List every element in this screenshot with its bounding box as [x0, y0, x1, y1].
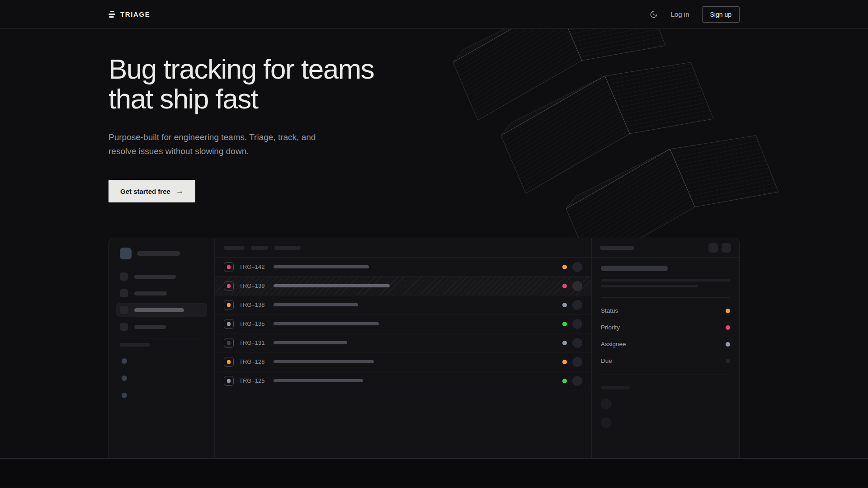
get-started-button[interactable]: Get started free → [108, 180, 195, 202]
moon-icon [650, 10, 658, 19]
nav-item-icon [120, 289, 128, 297]
nav-item-label-placeholder [134, 291, 167, 296]
mockup-sidebar [109, 238, 215, 459]
issue-list-rows: TRG–142 TRG–139 TRG–138 TRG–135 TRG–131 … [215, 258, 591, 390]
issue-row: TRG–135 [215, 314, 591, 333]
mockup-workspace-header [116, 238, 207, 266]
issue-type-icon [224, 376, 234, 386]
nav-item-icon [120, 272, 128, 281]
issue-id: TRG–135 [239, 320, 265, 327]
issue-status-dot [562, 379, 567, 383]
issue-type-fill [227, 284, 231, 288]
issue-row: TRG–128 [215, 352, 591, 371]
arrow-right-icon: → [176, 187, 184, 196]
nav-item [116, 286, 207, 300]
issue-description-placeholder [601, 285, 698, 287]
issue-id: TRG–125 [239, 377, 265, 384]
brand-name: TRIAGE [120, 10, 150, 18]
hero-heading: Bug tracking for teams that ship fast [108, 29, 740, 114]
issue-field-value-dot [726, 309, 730, 313]
workspace-avatar [120, 248, 132, 259]
issue-title-placeholder [274, 360, 374, 363]
filter-chip-placeholder [224, 246, 245, 250]
issue-assignee-avatar [572, 319, 582, 329]
issue-type-fill [227, 265, 231, 269]
mockup-nav [116, 266, 207, 333]
issue-type-fill [227, 303, 231, 307]
issue-title-placeholder [274, 284, 390, 287]
issue-status-dot [562, 322, 567, 326]
top-navigation: TRIAGE Log in Sign up [0, 0, 868, 29]
nav-dot [122, 358, 127, 364]
workspace-name-placeholder [137, 251, 180, 256]
issue-title-placeholder [274, 379, 363, 382]
issue-status-dot [562, 341, 567, 345]
issue-list-toolbar [215, 238, 591, 258]
issue-row: TRG–142 [215, 258, 591, 277]
issue-row: TRG–138 [215, 296, 591, 314]
issue-assignee-avatar [572, 357, 582, 367]
mockup-issue-list: TRG–142 TRG–139 TRG–138 TRG–135 TRG–131 … [215, 238, 592, 459]
hero-section: Bug tracking for teams that ship fast Pu… [0, 29, 868, 459]
signup-button[interactable]: Sign up [702, 6, 740, 23]
filter-chip-placeholder [251, 246, 268, 250]
issue-type-fill [227, 360, 231, 364]
mockup-detail-panel: Status Priority Assignee Due [592, 238, 739, 459]
issue-fields: Status Priority Assignee Due [601, 298, 730, 369]
issue-type-icon [224, 262, 234, 272]
app-mockup: TRG–142 TRG–139 TRG–138 TRG–135 TRG–131 … [108, 238, 740, 459]
next-section-band [0, 459, 868, 488]
activity-label-placeholder [601, 386, 630, 389]
login-link[interactable]: Log in [671, 10, 689, 18]
activity-avatar [601, 418, 612, 428]
panel-action-button [722, 243, 731, 253]
nav-dot [122, 375, 127, 381]
issue-type-fill [227, 322, 231, 326]
issue-type-fill [227, 379, 231, 383]
hero-heading-line2: that ship fast [108, 84, 740, 114]
brand-logo[interactable]: TRIAGE [108, 10, 150, 18]
issue-type-icon [224, 319, 234, 329]
issue-field-label: Priority [601, 324, 620, 331]
filter-chip-placeholder [274, 246, 301, 250]
issue-id: TRG–131 [239, 339, 265, 346]
issue-type-icon [224, 338, 234, 348]
issue-status-dot [562, 303, 567, 307]
issue-row: TRG–139 [215, 277, 591, 296]
issue-field-row: Priority [601, 319, 730, 336]
issue-title-placeholder [274, 265, 369, 268]
issue-title-placeholder [274, 322, 379, 325]
issue-field-row: Assignee [601, 336, 730, 352]
nav-sub-items [116, 347, 207, 398]
issue-field-value-dot [726, 342, 730, 347]
issue-id: TRG–139 [239, 282, 265, 289]
issue-assignee-avatar [572, 281, 582, 291]
issue-status-dot [562, 284, 567, 288]
nav-item-icon [120, 323, 128, 331]
hero-heading-line1: Bug tracking for teams [108, 54, 740, 84]
issue-assignee-avatar [572, 300, 582, 310]
get-started-label: Get started free [120, 188, 170, 195]
panel-action-button [708, 243, 718, 253]
hero-subtitle: Purpose-built for engineering teams. Tri… [108, 130, 740, 158]
nav-item-icon [120, 306, 128, 314]
issue-type-icon [224, 357, 234, 367]
hero-subtitle-line2: resolve issues without slowing down. [108, 144, 740, 158]
theme-toggle-button[interactable] [649, 10, 658, 19]
issue-id: TRG–128 [239, 358, 265, 365]
issue-status-dot [562, 265, 567, 269]
nav-dot [122, 393, 127, 398]
nav-section-label [116, 338, 207, 347]
issue-row: TRG–131 [215, 333, 591, 352]
nav-item-active [116, 303, 207, 317]
issue-type-fill [227, 341, 231, 345]
issue-field-value-dot [726, 359, 730, 363]
issue-id: TRG–138 [239, 301, 265, 308]
issue-field-label: Assignee [601, 341, 626, 347]
nav-item-label-placeholder [134, 325, 166, 329]
issue-title-placeholder [274, 341, 347, 344]
issue-title-placeholder [601, 266, 668, 271]
issue-field-value-dot [726, 325, 730, 330]
issue-id: TRG–142 [239, 263, 265, 270]
issue-row: TRG–125 [215, 371, 591, 390]
